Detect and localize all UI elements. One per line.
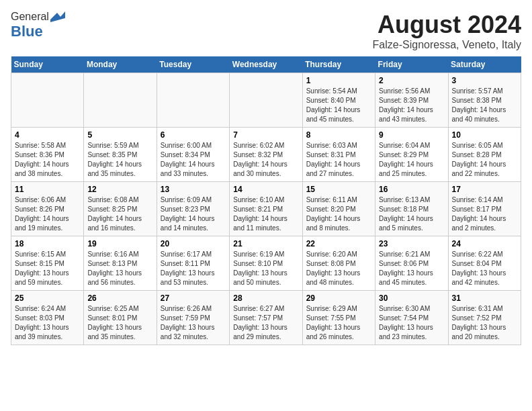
day-text: Sunrise: 6:30 AM Sunset: 7:54 PM Dayligh… xyxy=(379,304,444,342)
day-number: 3 xyxy=(452,76,517,85)
cell-w3-d1: 11Sunrise: 6:06 AM Sunset: 8:26 PM Dayli… xyxy=(11,182,84,236)
day-text: Sunrise: 6:09 AM Sunset: 8:23 PM Dayligh… xyxy=(161,195,226,233)
title-area: August 2024 Falze-Signoressa, Veneto, It… xyxy=(373,11,521,51)
calendar-body: 1Sunrise: 5:54 AM Sunset: 8:40 PM Daylig… xyxy=(11,73,521,345)
cell-w5-d2: 26Sunrise: 6:25 AM Sunset: 8:01 PM Dayli… xyxy=(84,291,157,345)
logo-general-text: General xyxy=(11,11,49,23)
day-number: 26 xyxy=(87,293,152,303)
subtitle: Falze-Signoressa, Veneto, Italy xyxy=(373,39,521,51)
day-text: Sunrise: 6:06 AM Sunset: 8:26 PM Dayligh… xyxy=(15,195,80,233)
day-number: 22 xyxy=(306,239,371,248)
cell-w5-d1: 25Sunrise: 6:24 AM Sunset: 8:03 PM Dayli… xyxy=(11,291,84,345)
day-text: Sunrise: 6:10 AM Sunset: 8:21 PM Dayligh… xyxy=(233,195,298,233)
cell-w1-d5: 1Sunrise: 5:54 AM Sunset: 8:40 PM Daylig… xyxy=(302,73,375,128)
col-sunday: Sunday xyxy=(11,56,84,73)
cell-w1-d7: 3Sunrise: 5:57 AM Sunset: 8:38 PM Daylig… xyxy=(448,73,521,128)
day-number: 10 xyxy=(452,130,517,140)
calendar-table: Sunday Monday Tuesday Wednesday Thursday… xyxy=(11,56,521,345)
cell-w3-d3: 13Sunrise: 6:09 AM Sunset: 8:23 PM Dayli… xyxy=(157,182,229,236)
svg-marker-0 xyxy=(50,11,65,22)
day-number: 21 xyxy=(233,239,298,248)
header: General Blue August 2024 Falze-Signoress… xyxy=(11,11,521,51)
day-number: 5 xyxy=(87,130,152,140)
day-number: 28 xyxy=(233,293,298,303)
day-number: 9 xyxy=(379,130,444,140)
week-row-4: 18Sunrise: 6:15 AM Sunset: 8:15 PM Dayli… xyxy=(11,236,521,291)
day-number: 25 xyxy=(15,293,80,303)
cell-w3-d6: 16Sunrise: 6:13 AM Sunset: 8:18 PM Dayli… xyxy=(375,182,448,236)
day-number: 15 xyxy=(306,185,371,194)
cell-w1-d1 xyxy=(11,73,84,128)
day-number: 27 xyxy=(161,293,226,303)
day-number: 31 xyxy=(452,293,517,303)
day-number: 23 xyxy=(379,239,444,248)
day-text: Sunrise: 6:08 AM Sunset: 8:25 PM Dayligh… xyxy=(87,195,152,233)
day-number: 6 xyxy=(161,130,226,140)
day-text: Sunrise: 6:15 AM Sunset: 8:15 PM Dayligh… xyxy=(15,250,80,287)
day-text: Sunrise: 6:16 AM Sunset: 8:13 PM Dayligh… xyxy=(87,250,152,287)
week-row-5: 25Sunrise: 6:24 AM Sunset: 8:03 PM Dayli… xyxy=(11,291,521,345)
logo-bird-icon xyxy=(50,11,65,22)
day-number: 7 xyxy=(233,130,298,140)
day-number: 30 xyxy=(379,293,444,303)
day-text: Sunrise: 5:56 AM Sunset: 8:39 PM Dayligh… xyxy=(379,87,444,124)
day-number: 8 xyxy=(306,130,371,140)
day-text: Sunrise: 6:29 AM Sunset: 7:55 PM Dayligh… xyxy=(306,304,371,342)
col-friday: Friday xyxy=(375,56,448,73)
cell-w1-d6: 2Sunrise: 5:56 AM Sunset: 8:39 PM Daylig… xyxy=(375,73,448,128)
day-number: 20 xyxy=(161,239,226,248)
day-number: 4 xyxy=(15,130,80,140)
day-text: Sunrise: 6:03 AM Sunset: 8:31 PM Dayligh… xyxy=(306,141,371,179)
cell-w1-d2 xyxy=(84,73,157,128)
day-number: 29 xyxy=(306,293,371,303)
cell-w3-d7: 17Sunrise: 6:14 AM Sunset: 8:17 PM Dayli… xyxy=(448,182,521,236)
cell-w2-d2: 5Sunrise: 5:59 AM Sunset: 8:35 PM Daylig… xyxy=(84,128,157,182)
cell-w4-d2: 19Sunrise: 6:16 AM Sunset: 8:13 PM Dayli… xyxy=(84,236,157,291)
col-thursday: Thursday xyxy=(302,56,375,73)
cell-w2-d6: 9Sunrise: 6:04 AM Sunset: 8:29 PM Daylig… xyxy=(375,128,448,182)
cell-w5-d4: 28Sunrise: 6:27 AM Sunset: 7:57 PM Dayli… xyxy=(230,291,302,345)
day-number: 24 xyxy=(452,239,517,248)
day-text: Sunrise: 6:04 AM Sunset: 8:29 PM Dayligh… xyxy=(379,141,444,179)
cell-w2-d7: 10Sunrise: 6:05 AM Sunset: 8:28 PM Dayli… xyxy=(448,128,521,182)
cell-w2-d1: 4Sunrise: 5:58 AM Sunset: 8:36 PM Daylig… xyxy=(11,128,84,182)
cell-w2-d4: 7Sunrise: 6:02 AM Sunset: 8:32 PM Daylig… xyxy=(230,128,302,182)
cell-w4-d3: 20Sunrise: 6:17 AM Sunset: 8:11 PM Dayli… xyxy=(157,236,229,291)
day-text: Sunrise: 6:31 AM Sunset: 7:52 PM Dayligh… xyxy=(452,304,517,342)
week-row-1: 1Sunrise: 5:54 AM Sunset: 8:40 PM Daylig… xyxy=(11,73,521,128)
cell-w4-d7: 24Sunrise: 6:22 AM Sunset: 8:04 PM Dayli… xyxy=(448,236,521,291)
cell-w3-d2: 12Sunrise: 6:08 AM Sunset: 8:25 PM Dayli… xyxy=(84,182,157,236)
cell-w5-d7: 31Sunrise: 6:31 AM Sunset: 7:52 PM Dayli… xyxy=(448,291,521,345)
week-row-3: 11Sunrise: 6:06 AM Sunset: 8:26 PM Dayli… xyxy=(11,182,521,236)
cell-w4-d5: 22Sunrise: 6:20 AM Sunset: 8:08 PM Dayli… xyxy=(302,236,375,291)
day-number: 16 xyxy=(379,185,444,194)
col-wednesday: Wednesday xyxy=(230,56,302,73)
day-text: Sunrise: 6:25 AM Sunset: 8:01 PM Dayligh… xyxy=(87,304,152,342)
day-number: 11 xyxy=(15,185,80,194)
day-number: 1 xyxy=(306,76,371,85)
cell-w1-d4 xyxy=(230,73,302,128)
cell-w1-d3 xyxy=(157,73,229,128)
day-text: Sunrise: 6:26 AM Sunset: 7:59 PM Dayligh… xyxy=(161,304,226,342)
day-number: 13 xyxy=(161,185,226,194)
col-tuesday: Tuesday xyxy=(157,56,229,73)
day-text: Sunrise: 6:11 AM Sunset: 8:20 PM Dayligh… xyxy=(306,195,371,233)
week-row-2: 4Sunrise: 5:58 AM Sunset: 8:36 PM Daylig… xyxy=(11,128,521,182)
cell-w4-d6: 23Sunrise: 6:21 AM Sunset: 8:06 PM Dayli… xyxy=(375,236,448,291)
day-text: Sunrise: 6:27 AM Sunset: 7:57 PM Dayligh… xyxy=(233,304,298,342)
day-text: Sunrise: 6:21 AM Sunset: 8:06 PM Dayligh… xyxy=(379,250,444,287)
main-title: August 2024 xyxy=(373,11,521,39)
cell-w2-d5: 8Sunrise: 6:03 AM Sunset: 8:31 PM Daylig… xyxy=(302,128,375,182)
day-text: Sunrise: 6:05 AM Sunset: 8:28 PM Dayligh… xyxy=(452,141,517,179)
day-text: Sunrise: 6:00 AM Sunset: 8:34 PM Dayligh… xyxy=(161,141,226,179)
day-text: Sunrise: 5:58 AM Sunset: 8:36 PM Dayligh… xyxy=(15,141,80,179)
day-number: 18 xyxy=(15,239,80,248)
calendar-header: Sunday Monday Tuesday Wednesday Thursday… xyxy=(11,56,521,73)
day-number: 12 xyxy=(87,185,152,194)
col-monday: Monday xyxy=(84,56,157,73)
day-text: Sunrise: 6:13 AM Sunset: 8:18 PM Dayligh… xyxy=(379,195,444,233)
day-text: Sunrise: 6:02 AM Sunset: 8:32 PM Dayligh… xyxy=(233,141,298,179)
cell-w5-d3: 27Sunrise: 6:26 AM Sunset: 7:59 PM Dayli… xyxy=(157,291,229,345)
cell-w5-d5: 29Sunrise: 6:29 AM Sunset: 7:55 PM Dayli… xyxy=(302,291,375,345)
day-text: Sunrise: 6:22 AM Sunset: 8:04 PM Dayligh… xyxy=(452,250,517,287)
